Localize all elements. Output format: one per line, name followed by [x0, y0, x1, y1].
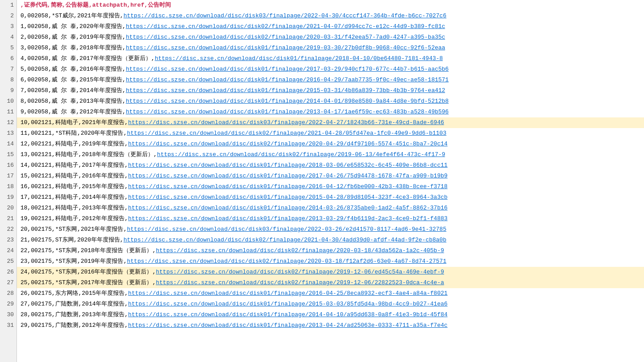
line-number: 11 [0, 107, 16, 117]
line-number: 13 [0, 128, 16, 139]
line-url[interactable]: https://disc.szse.cn/download/disc/disk0… [156, 247, 444, 254]
line-url[interactable]: https://disc.szse.cn/download/disc/disk0… [126, 98, 449, 105]
line-url[interactable]: https://disc.szse.cn/download/disc/disk0… [126, 34, 446, 40]
line-text: 9,002058,威 尔 泰,2012年年度报告,https://disc.sz… [20, 107, 449, 117]
editor-container: 1234567891011121314151617181920212223242… [0, 0, 644, 362]
line: 22,002175,*ST东网,2018年年度报告（更新后）,https://d… [17, 245, 644, 256]
line-url[interactable]: https://disc.szse.cn/download/disc/disk0… [128, 119, 444, 126]
line: 19,002121,科陆电子,2012年年度报告,https://disc.sz… [17, 213, 644, 224]
line-text: 19,002121,科陆电子,2012年年度报告,https://disc.sz… [20, 213, 448, 224]
line-url[interactable]: https://disc.szse.cn/download/disc/disk0… [128, 173, 448, 179]
line: 4,002058,威 尔 泰,2017年年度报告（更新后）,https://di… [17, 53, 644, 64]
line-data: 19,002121,科陆电子,2012年年度报告, [20, 215, 128, 222]
line-data: 1,002058,威 尔 泰,2020年年度报告, [20, 23, 126, 30]
line-number: 14 [0, 139, 16, 149]
line-text: 24,002175,*ST东网,2016年年度报告（更新后）,https://d… [20, 267, 444, 278]
line-numbers: 1234567891011121314151617181920212223242… [0, 0, 17, 362]
line: 3,002058,威 尔 泰,2018年年度报告,https://disc.sz… [17, 43, 644, 53]
line-number: 9 [0, 85, 16, 96]
line-text: 6,002058,威 尔 泰,2015年年度报告,https://disc.sz… [20, 75, 449, 85]
line-url[interactable]: https://disc.szse.cn/download/disc/disk0… [128, 311, 448, 318]
line-text: 13,002121,科陆电子,2018年年度报告（更新后）,https://di… [20, 149, 445, 160]
line-text: 29,002175,广陆数测,2012年年度报告,https://disc.sz… [20, 320, 448, 331]
line: ,证券代码,简称,公告标题,attachpath,href,公告时间 [17, 0, 644, 11]
line-url[interactable]: https://disc.szse.cn/download/disc/disk0… [127, 226, 446, 233]
line-data: 20,002175,*ST东网,2021年年度报告, [20, 226, 127, 233]
line-text: 21,002175,ST东网,2020年年度报告,https://disc.sz… [20, 235, 446, 245]
line-text: 18,002121,科陆电子,2013年年度报告,https://disc.sz… [20, 203, 448, 213]
line-text: 23,002175,*ST东网,2019年年度报告,https://disc.s… [20, 256, 446, 267]
line-text: 10,002121,科陆电子,2021年年度报告,https://disc.sz… [20, 117, 444, 128]
line-number: 16 [0, 160, 16, 171]
line: 8,002058,威 尔 泰,2013年年度报告,https://disc.sz… [17, 96, 644, 107]
line-text: 8,002058,威 尔 泰,2013年年度报告,https://disc.sz… [20, 96, 449, 107]
line-url[interactable]: https://disc.szse.cn/download/disc/disk0… [126, 23, 446, 30]
line-url[interactable]: https://disc.szse.cn/download/disc/disk0… [128, 141, 448, 147]
line-url[interactable]: https://disc.szse.cn/download/disc/disk0… [126, 66, 449, 72]
line: 15,002121,科陆电子,2016年年度报告,https://disc.sz… [17, 171, 644, 181]
line-url[interactable]: https://disc.szse.cn/download/disc/disk0… [126, 44, 446, 51]
line-number: 21 [0, 213, 16, 224]
line: 9,002058,威 尔 泰,2012年年度报告,https://disc.sz… [17, 107, 644, 117]
line-data: 25,002175,*ST东网,2017年年度报告（更新后）, [20, 279, 156, 286]
line: 2,002058,威 尔 泰,2019年年度报告,https://disc.sz… [17, 32, 644, 43]
line: 17,002121,科陆电子,2014年年度报告,https://disc.sz… [17, 192, 644, 203]
line-url[interactable]: https://disc.szse.cn/download/disc/disk0… [128, 215, 448, 222]
line-url[interactable]: https://disc.szse.cn/download/disc/disk0… [128, 290, 448, 297]
line-text: 17,002121,科陆电子,2014年年度报告,https://disc.sz… [20, 192, 448, 203]
line-text: 3,002058,威 尔 泰,2018年年度报告,https://disc.sz… [20, 43, 445, 53]
line-number: 1 [0, 0, 16, 11]
line-data: 5,002058,威 尔 泰,2016年年度报告, [20, 66, 126, 72]
line-data: 23,002175,*ST东网,2019年年度报告, [20, 258, 127, 265]
line-data: 28,002175,广陆数测,2013年年度报告, [20, 311, 128, 318]
line-url[interactable]: https://disc.szse.cn/download/disc/disk0… [157, 151, 446, 158]
line-url[interactable]: https://disc.szse.cn/download/disc/disk0… [128, 162, 448, 169]
line-data: 15,002121,科陆电子,2016年年度报告, [20, 173, 128, 179]
line-number: 5 [0, 43, 16, 53]
line-url[interactable]: https://disc.szse.cn/download/disc/disk0… [128, 205, 448, 211]
line-data: 29,002175,广陆数测,2012年年度报告, [20, 322, 128, 329]
line-number: 29 [0, 299, 16, 310]
line-number: 31 [0, 320, 16, 331]
line-data: 10,002121,科陆电子,2021年年度报告, [20, 119, 128, 126]
line-url[interactable]: https://disc.szse.cn/download/disc/disk0… [128, 322, 448, 329]
line-text: 1,002058,威 尔 泰,2020年年度报告,https://disc.sz… [20, 21, 445, 32]
line-url[interactable]: https://disc.szse.cn/download/disc/disk0… [126, 109, 449, 115]
line-data: 2,002058,威 尔 泰,2019年年度报告, [20, 34, 126, 40]
line-text: 16,002121,科陆电子,2015年年度报告,https://disc.sz… [20, 181, 448, 192]
line-url[interactable]: https://disc.szse.cn/download/disc/disk0… [128, 301, 448, 307]
line: 18,002121,科陆电子,2013年年度报告,https://disc.sz… [17, 203, 644, 213]
line-url[interactable]: https://disc.szse.cn/download/disc/disk0… [156, 269, 444, 275]
line-data: 4,002058,威 尔 泰,2017年年度报告（更新后）, [20, 55, 155, 62]
line-data: 0,002058,*ST威尔,2021年年度报告, [20, 12, 123, 19]
line-data: 14,002121,科陆电子,2017年年度报告, [20, 162, 128, 169]
line-url[interactable]: https://disc.szse.cn/download/disc/disk0… [127, 130, 446, 137]
line-data: 7,002058,威 尔 泰,2014年年度报告, [20, 87, 126, 94]
line: 1,002058,威 尔 泰,2020年年度报告,https://disc.sz… [17, 21, 644, 32]
line-url[interactable]: https://disc.szse.cn/download/disc/disk0… [127, 258, 446, 265]
line: 23,002175,*ST东网,2019年年度报告,https://disc.s… [17, 256, 644, 267]
line: 29,002175,广陆数测,2012年年度报告,https://disc.sz… [17, 320, 644, 331]
line-url[interactable]: https://disc.szse.cn/download/disc/disk0… [123, 237, 446, 243]
line-data: 16,002121,科陆电子,2015年年度报告, [20, 183, 128, 190]
line-number: 10 [0, 96, 16, 107]
line-number: 28 [0, 288, 16, 299]
line-url[interactable]: https://disc.szse.cn/download/disc/disk0… [155, 55, 443, 62]
line: 13,002121,科陆电子,2018年年度报告（更新后）,https://di… [17, 149, 644, 160]
line-data: 6,002058,威 尔 泰,2015年年度报告, [20, 76, 126, 83]
line-url[interactable]: https://disc.szse.cn/download/disc/disk0… [123, 12, 446, 19]
line-data: 21,002175,ST东网,2020年年度报告, [20, 237, 123, 243]
line-url[interactable]: https://disc.szse.cn/download/disc/disk0… [156, 279, 444, 286]
line-url[interactable]: https://disc.szse.cn/download/disc/disk0… [128, 183, 448, 190]
line-number: 6 [0, 53, 16, 64]
line-number: 17 [0, 171, 16, 181]
line-text: 11,002121,*ST科陆,2020年年度报告,https://disc.s… [20, 128, 446, 139]
line-url[interactable]: https://disc.szse.cn/download/disc/disk0… [126, 87, 446, 94]
line-text: 28,002175,广陆数测,2013年年度报告,https://disc.sz… [20, 310, 448, 320]
line-data: 26,002175,东方网络,2015年年度报告, [20, 290, 128, 297]
line-url[interactable]: https://disc.szse.cn/download/disc/disk0… [128, 194, 448, 201]
line-url[interactable]: https://disc.szse.cn/download/disc/disk0… [126, 76, 449, 83]
line: 24,002175,*ST东网,2016年年度报告（更新后）,https://d… [17, 267, 644, 278]
content-area[interactable]: ,证券代码,简称,公告标题,attachpath,href,公告时间0,0020… [17, 0, 644, 362]
line-text: 5,002058,威 尔 泰,2016年年度报告,https://disc.sz… [20, 64, 449, 75]
